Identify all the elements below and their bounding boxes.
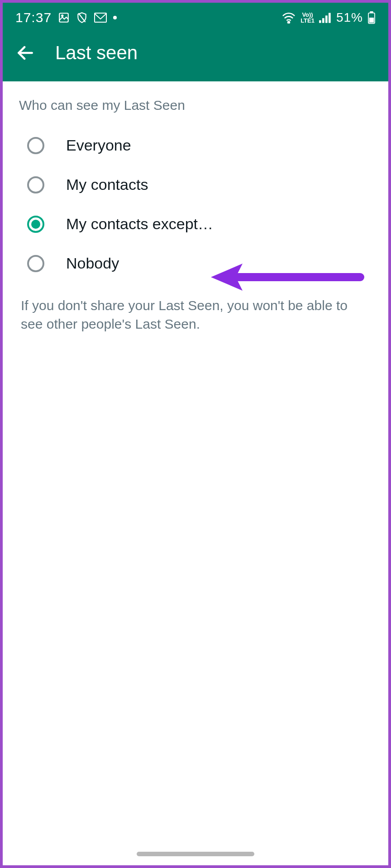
option-my-contacts[interactable]: My contacts [19,165,372,204]
option-my-contacts-except[interactable]: My contacts except… [19,204,372,244]
status-left-cluster: 17:37 [15,10,117,25]
status-right-cluster: Vo)) LTE1 51% [281,10,376,25]
app-bar: Last seen [3,32,388,81]
option-everyone[interactable]: Everyone [19,126,372,165]
shield-off-icon [76,12,88,24]
page-title: Last seen [55,42,138,64]
wifi-icon [281,12,296,24]
svg-rect-8 [329,13,331,23]
option-label: Everyone [66,137,131,154]
options-list: Everyone My contacts My contacts except…… [19,126,372,283]
option-label: My contacts [66,176,148,193]
status-time: 17:37 [15,10,52,25]
signal-icon [319,12,332,23]
svg-rect-5 [319,20,321,23]
arrow-left-icon [15,43,35,63]
svg-rect-11 [369,18,374,23]
option-label: Nobody [66,255,119,272]
svg-point-4 [288,21,290,23]
battery-icon [367,11,376,24]
option-nobody[interactable]: Nobody [19,244,372,283]
svg-point-1 [62,15,63,16]
status-bar: 17:37 [3,3,388,32]
image-icon [58,12,70,24]
more-notifications-dot-icon [113,16,117,19]
gmail-icon [94,13,107,23]
radio-icon [27,255,44,272]
volte-indicator-icon: Vo)) LTE1 [300,12,315,24]
section-title: Who can see my Last Seen [19,98,372,113]
radio-icon [27,137,44,154]
back-button[interactable] [14,41,37,65]
content-area: Who can see my Last Seen Everyone My con… [3,81,388,333]
svg-rect-6 [322,18,324,23]
battery-percentage: 51% [336,10,363,25]
top-bar: 17:37 [3,3,388,81]
footer-note: If you don't share your Last Seen, you w… [19,297,372,333]
svg-rect-3 [95,13,106,22]
device-frame: 17:37 [0,0,391,868]
svg-rect-7 [325,15,328,23]
radio-icon [27,176,44,193]
radio-icon [27,216,44,233]
home-indicator[interactable] [137,852,254,856]
option-label: My contacts except… [66,215,213,233]
